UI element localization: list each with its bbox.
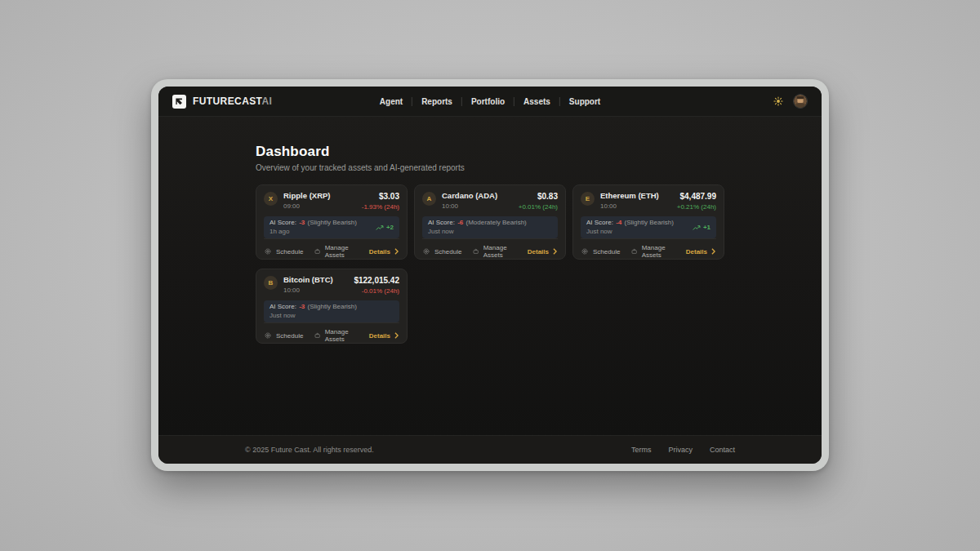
card-actions: Schedule Manage Assets Details: [422, 238, 558, 259]
card-actions: Schedule Manage Assets Details: [264, 238, 399, 259]
chevron-right-icon: [552, 248, 558, 255]
ai-score-line: AI Score: -3 (Slightly Bearish): [270, 220, 357, 226]
footer-link-terms[interactable]: Terms: [631, 446, 652, 454]
details-button[interactable]: Details: [369, 332, 399, 340]
asset-card-ada: A Cardano (ADA) 10:00 $0.83 +0.01% (24h)…: [414, 184, 566, 260]
trend-indicator: +1: [693, 224, 710, 231]
ai-score-time: Just now: [270, 313, 357, 319]
details-button[interactable]: Details: [528, 248, 558, 256]
trend-indicator: +2: [376, 224, 394, 231]
ai-score-time: Just now: [428, 229, 527, 235]
app-window: FUTURECASTAI Agent Reports Portfolio Ass…: [151, 79, 829, 471]
asset-name: Ripple (XRP): [283, 192, 331, 200]
gear-icon: [422, 247, 430, 256]
page-title: Dashboard: [256, 144, 724, 160]
nav-item-reports[interactable]: Reports: [421, 97, 452, 106]
ai-score-time: Just now: [586, 229, 674, 235]
card-header: X Ripple (XRP) 09:00 $3.03 -1.93% (24h): [264, 192, 399, 211]
briefcase-icon: [314, 247, 320, 256]
schedule-button[interactable]: Schedule: [264, 331, 303, 340]
details-button[interactable]: Details: [369, 248, 399, 256]
asset-price: $122,015.42: [354, 276, 399, 285]
manage-assets-button[interactable]: Manage Assets: [473, 244, 515, 259]
nav-divider: [461, 97, 462, 106]
manage-assets-button[interactable]: Manage Assets: [314, 328, 357, 343]
ai-sentiment: (Moderately Bearish): [466, 219, 527, 226]
asset-time: 10:00: [283, 287, 333, 294]
copyright-text: © 2025 Future Cast. All rights reserved.: [245, 446, 374, 454]
asset-card-xrp: X Ripple (XRP) 09:00 $3.03 -1.93% (24h) …: [256, 184, 408, 260]
chevron-right-icon: [710, 248, 716, 255]
card-header: B Bitcoin (BTC) 10:00 $122,015.42 -0.01%…: [264, 276, 399, 295]
asset-price: $4,487.99: [677, 192, 716, 201]
chevron-right-icon: [394, 332, 399, 339]
asset-badge: B: [264, 276, 278, 290]
header-actions: [773, 94, 808, 109]
asset-name: Cardano (ADA): [442, 192, 497, 200]
ai-score-panel: AI Score: -3 (Slightly Bearish) Just now: [264, 300, 399, 322]
page-subtitle: Overview of your tracked assets and AI-g…: [256, 163, 724, 172]
nav-item-agent[interactable]: Agent: [380, 97, 403, 106]
schedule-button[interactable]: Schedule: [581, 247, 620, 256]
main-content: Dashboard Overview of your tracked asset…: [158, 117, 822, 435]
screen: FUTURECASTAI Agent Reports Portfolio Ass…: [158, 87, 822, 464]
details-button[interactable]: Details: [686, 248, 716, 256]
asset-badge: X: [264, 192, 278, 206]
asset-name: Ethereum (ETH): [600, 192, 659, 200]
manage-assets-button[interactable]: Manage Assets: [314, 244, 357, 259]
asset-price: $3.03: [362, 192, 399, 201]
top-navbar: FUTURECASTAI Agent Reports Portfolio Ass…: [158, 87, 822, 117]
asset-card-grid: X Ripple (XRP) 09:00 $3.03 -1.93% (24h) …: [256, 184, 724, 344]
footer-link-contact[interactable]: Contact: [710, 446, 735, 454]
ai-score-value: -4: [616, 219, 621, 226]
asset-time: 09:00: [283, 202, 331, 210]
trend-up-icon: [376, 224, 384, 231]
nav-item-assets[interactable]: Assets: [523, 97, 550, 106]
gear-icon: [581, 247, 589, 256]
asset-time: 10:00: [442, 202, 497, 210]
nav-item-support[interactable]: Support: [569, 97, 600, 106]
gear-icon: [264, 331, 272, 340]
schedule-button[interactable]: Schedule: [264, 247, 303, 256]
ai-score-time: 1h ago: [270, 229, 357, 235]
ai-score-panel: AI Score: -4 (Slightly Bearish) Just now…: [581, 216, 716, 238]
asset-name: Bitcoin (BTC): [283, 276, 333, 284]
briefcase-icon: [631, 247, 637, 256]
ai-score-value: -3: [299, 219, 305, 226]
asset-change: -1.93% (24h): [362, 203, 399, 211]
briefcase-icon: [473, 247, 479, 256]
manage-assets-button[interactable]: Manage Assets: [631, 244, 674, 259]
nav-divider: [559, 97, 560, 106]
footer-links: Terms Privacy Contact: [631, 446, 735, 454]
user-avatar[interactable]: [793, 94, 808, 109]
ai-score-panel: AI Score: -6 (Moderately Bearish) Just n…: [422, 216, 558, 238]
asset-price: $0.83: [519, 192, 558, 201]
gear-icon: [264, 247, 272, 256]
chevron-right-icon: [394, 248, 399, 255]
theme-toggle-sun-icon[interactable]: [773, 96, 783, 106]
main-nav: Agent Reports Portfolio Assets Support: [380, 97, 600, 106]
nav-item-portfolio[interactable]: Portfolio: [471, 97, 505, 106]
ai-sentiment: (Slightly Bearish): [625, 219, 674, 226]
ai-score-value: -6: [457, 219, 463, 226]
trend-up-icon: [693, 224, 701, 231]
card-header: E Ethereum (ETH) 10:00 $4,487.99 +0.21% …: [581, 192, 716, 211]
brand-logo: FUTURECASTAI: [172, 95, 272, 109]
asset-badge: E: [581, 192, 595, 206]
asset-card-btc: B Bitcoin (BTC) 10:00 $122,015.42 -0.01%…: [256, 269, 408, 344]
asset-change: +0.21% (24h): [677, 203, 716, 211]
ai-score-line: AI Score: -6 (Moderately Bearish): [428, 220, 527, 226]
nav-divider: [514, 97, 514, 106]
asset-badge: A: [422, 192, 436, 206]
card-header: A Cardano (ADA) 10:00 $0.83 +0.01% (24h): [422, 192, 558, 211]
brand-name: FUTURECASTAI: [193, 96, 272, 107]
ai-sentiment: (Slightly Bearish): [308, 303, 357, 310]
asset-change: +0.01% (24h): [519, 203, 558, 211]
schedule-button[interactable]: Schedule: [422, 247, 461, 256]
ai-score-line: AI Score: -3 (Slightly Bearish): [270, 304, 357, 310]
nav-divider: [412, 97, 412, 106]
asset-change: -0.01% (24h): [354, 287, 399, 295]
asset-card-eth: E Ethereum (ETH) 10:00 $4,487.99 +0.21% …: [572, 184, 724, 260]
footer-link-privacy[interactable]: Privacy: [668, 446, 693, 454]
card-actions: Schedule Manage Assets Details: [581, 238, 716, 259]
